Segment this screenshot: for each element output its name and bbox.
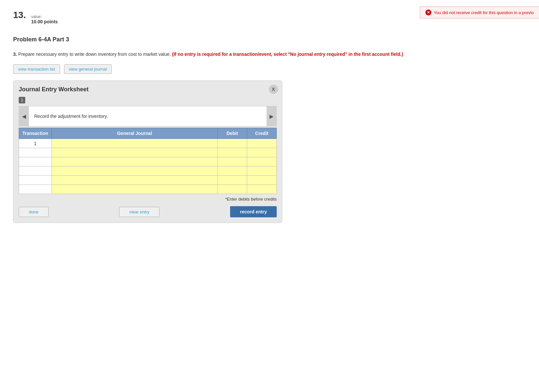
table-row <box>19 166 277 176</box>
general-journal-cell[interactable] <box>52 148 218 157</box>
credit-input[interactable] <box>247 176 276 185</box>
debit-cell[interactable] <box>218 139 247 148</box>
view-transaction-list-button[interactable]: view transaction list <box>13 64 60 74</box>
main-content: Problem 6-4A Part 3 3. Prepare necessary… <box>13 36 526 223</box>
instruction-text: 3. Prepare necessary entry to write down… <box>13 51 526 58</box>
credit-input[interactable] <box>247 185 276 194</box>
instruction-description: Record the adjustment for inventory. <box>34 114 108 119</box>
transaction-cell <box>19 157 52 166</box>
general-journal-input[interactable] <box>52 157 217 166</box>
next-arrow-button[interactable]: ▶ <box>267 106 276 126</box>
debit-cell[interactable] <box>218 166 247 176</box>
error-banner: ✕ You did not receive credit for this qu… <box>420 7 539 18</box>
view-general-journal-button[interactable]: view general journal <box>64 64 112 74</box>
credit-input[interactable] <box>247 139 276 148</box>
value-label: value: <box>31 14 58 19</box>
debit-input[interactable] <box>218 185 247 194</box>
col-general-journal: General Journal <box>52 128 218 139</box>
question-value: value: 10.00 points <box>31 14 58 24</box>
error-icon: ✕ <box>425 10 431 15</box>
error-text: You did not receive credit for this ques… <box>434 10 534 15</box>
debit-cell[interactable] <box>218 148 247 157</box>
value-points: 10.00 points <box>31 19 58 24</box>
credit-cell[interactable] <box>247 139 277 148</box>
prev-arrow-button[interactable]: ◀ <box>19 106 29 126</box>
general-journal-input[interactable] <box>52 148 217 157</box>
general-journal-cell[interactable] <box>52 166 218 176</box>
note-text: *Enter debits before credits <box>19 197 277 202</box>
general-journal-input[interactable] <box>52 139 217 148</box>
col-credit: Credit <box>247 128 277 139</box>
debit-input[interactable] <box>218 139 247 148</box>
credit-input[interactable] <box>247 166 276 175</box>
close-button[interactable]: X <box>269 85 278 94</box>
general-journal-cell[interactable] <box>52 157 218 166</box>
problem-title: Problem 6-4A Part 3 <box>13 36 526 43</box>
step-badge: 1 <box>19 97 25 103</box>
table-header-row: Transaction General Journal Debit Credit <box>19 128 277 139</box>
credit-input[interactable] <box>247 148 276 157</box>
instruction-highlight: (If no entry is required for a transacti… <box>172 52 403 57</box>
table-row <box>19 148 277 157</box>
part-number: 3. <box>13 52 17 57</box>
journal-table: Transaction General Journal Debit Credit… <box>19 128 277 194</box>
col-debit: Debit <box>218 128 247 139</box>
question-header: 13. value: 10.00 points <box>13 10 58 24</box>
debit-input[interactable] <box>218 148 247 157</box>
table-row <box>19 157 277 166</box>
credit-cell[interactable] <box>247 148 277 157</box>
general-journal-input[interactable] <box>52 185 217 194</box>
record-entry-button[interactable]: record entry <box>230 206 277 217</box>
transaction-cell <box>19 176 52 185</box>
done-button[interactable]: done <box>19 207 49 217</box>
transaction-cell <box>19 148 52 157</box>
general-journal-input[interactable] <box>52 176 217 185</box>
bottom-buttons: done clear entry record entry <box>19 206 277 217</box>
credit-cell[interactable] <box>247 157 277 166</box>
transaction-cell: 1 <box>19 139 52 148</box>
credit-cell[interactable] <box>247 185 277 194</box>
credit-input[interactable] <box>247 157 276 166</box>
debit-input[interactable] <box>218 176 247 185</box>
table-row <box>19 185 277 194</box>
debit-cell[interactable] <box>218 176 247 185</box>
table-row <box>19 176 277 185</box>
general-journal-cell[interactable] <box>52 185 218 194</box>
instruction-content: Record the adjustment for inventory. <box>29 106 267 126</box>
general-journal-input[interactable] <box>52 166 217 175</box>
worksheet-container: Journal Entry Worksheet X 1 ◀ Record the… <box>13 80 282 223</box>
transaction-cell <box>19 166 52 176</box>
instruction-row: ◀ Record the adjustment for inventory. ▶ <box>19 106 277 126</box>
credit-cell[interactable] <box>247 176 277 185</box>
general-journal-cell[interactable] <box>52 176 218 185</box>
clear-entry-button[interactable]: clear entry <box>119 207 160 217</box>
credit-cell[interactable] <box>247 166 277 176</box>
debit-cell[interactable] <box>218 185 247 194</box>
question-number: 13. <box>13 10 26 20</box>
instruction-main: Prepare necessary entry to write down in… <box>18 52 171 57</box>
debit-cell[interactable] <box>218 157 247 166</box>
general-journal-cell[interactable] <box>52 139 218 148</box>
transaction-cell <box>19 185 52 194</box>
button-row: view transaction list view general journ… <box>13 64 526 74</box>
col-transaction: Transaction <box>19 128 52 139</box>
debit-input[interactable] <box>218 166 247 175</box>
debit-input[interactable] <box>218 157 247 166</box>
table-row: 1 <box>19 139 277 148</box>
worksheet-title: Journal Entry Worksheet <box>19 86 277 93</box>
